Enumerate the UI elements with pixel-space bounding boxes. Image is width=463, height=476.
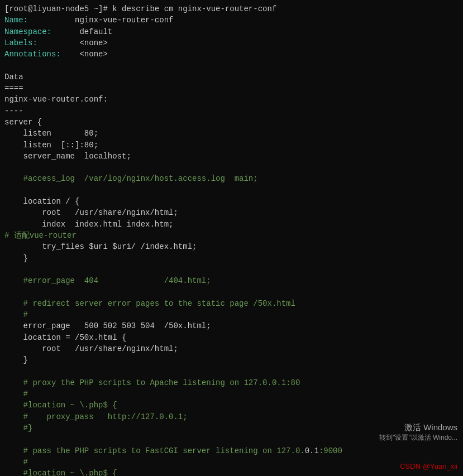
prompt: [root@liyuan-node5 ~]# k describe cm ngi… (4, 4, 276, 13)
output-line: Name: nginx-vue-router-conf (4, 15, 459, 26)
code-line: #} (4, 422, 459, 434)
code-line: #access_log /var/log/nginx/host.access.l… (4, 173, 459, 184)
code-line: # (4, 456, 459, 468)
code-line: # (4, 309, 459, 320)
code-line: #location ~ \.php$ { (4, 468, 459, 476)
code-line: error_page 500 502 503 504 /50x.html; (4, 320, 459, 331)
output-line: Labels: <none> (4, 37, 459, 49)
blank-line (4, 60, 459, 71)
code-line: try_files $uri $uri/ /index.html; (4, 241, 459, 252)
data-header: Data (4, 71, 459, 83)
config-name: nginx-vue-router.conf: (4, 94, 459, 105)
code-line: location = /50x.html { (4, 332, 459, 343)
blank-line (4, 264, 459, 275)
code-line: listen [::]:80; (4, 140, 459, 151)
code-line: root /usr/share/nginx/html; (4, 343, 459, 354)
code-line: index index.html index.htm; (4, 219, 459, 230)
code-line: # redirect server error pages to the sta… (4, 298, 459, 309)
code-line: #location ~ \.php$ { (4, 400, 459, 411)
code-line: # proxy the PHP scripts to Apache listen… (4, 377, 459, 388)
terminal: [root@liyuan-node5 ~]# k describe cm ngi… (0, 0, 463, 476)
blank-line (4, 366, 459, 377)
blank-line (4, 434, 459, 445)
config-separator: ---- (4, 105, 459, 117)
code-line: location / { (4, 196, 459, 207)
blank-line (4, 286, 459, 297)
code-line: # (4, 388, 459, 400)
code-line: #error_page 404 /404.html; (4, 275, 459, 286)
output-line: Annotations: <none> (4, 49, 459, 60)
blank-line (4, 162, 459, 173)
code-line: server_name localhost; (4, 151, 459, 162)
code-line: listen 80; (4, 128, 459, 139)
comment-line: # 适配vue-router (4, 230, 459, 241)
code-line: } (4, 253, 459, 264)
data-separator: ==== (4, 83, 459, 94)
code-line: root /usr/share/nginx/html; (4, 207, 459, 218)
code-line: # proxy_pass http://127.0.0.1; (4, 411, 459, 422)
code-line: # pass the PHP scripts to FastCGI server… (4, 445, 459, 456)
code-line: } (4, 354, 459, 366)
prompt-line: [root@liyuan-node5 ~]# k describe cm ngi… (4, 3, 459, 15)
blank-line (4, 185, 459, 196)
code-line: server { (4, 117, 459, 128)
output-line: Namespace: default (4, 26, 459, 37)
